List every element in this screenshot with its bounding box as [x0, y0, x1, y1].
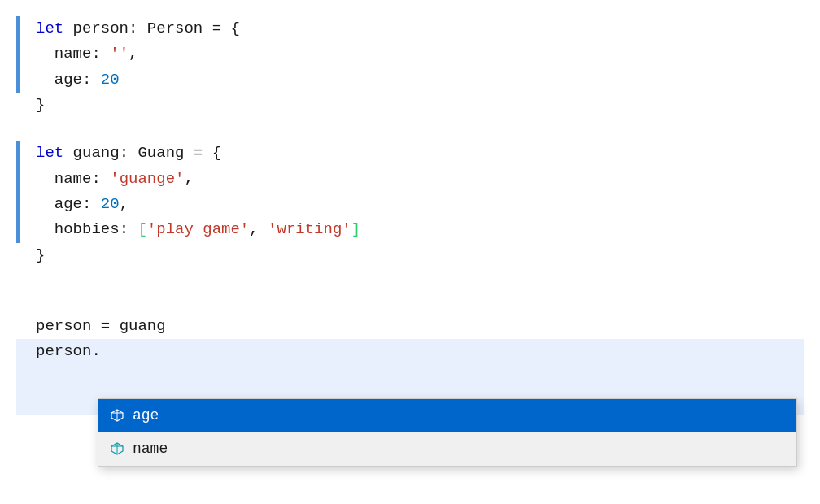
line-gutter-7: [16, 167, 20, 192]
code-line-9: hobbies: ['play game', 'writing']: [16, 217, 804, 242]
str-guange: 'guange': [110, 167, 184, 192]
punct-comma-9: ,: [249, 217, 268, 242]
prop-age-1: age: [36, 67, 82, 93]
line-gutter-8: [16, 192, 20, 217]
punct-colon-7: :: [91, 167, 110, 192]
punct-colon-1: :: [129, 16, 147, 41]
code-line-6: let guang: Guang = {: [16, 141, 804, 166]
code-line-4: }: [16, 93, 804, 118]
num-20-2: 20: [101, 192, 120, 217]
bracket-close: ]: [351, 217, 360, 242]
autocomplete-label-age: age: [133, 404, 159, 428]
bracket-open: [: [137, 217, 146, 242]
punct-close-brace-2: }: [36, 243, 45, 268]
line-gutter-2: [16, 41, 20, 67]
identifier-person: person: [73, 16, 129, 41]
autocomplete-dropdown: age name: [98, 398, 797, 467]
punct-colon-9: :: [120, 217, 138, 242]
punct-brace-6: = {: [184, 141, 221, 166]
code-line-2: name: '',: [16, 41, 804, 67]
prop-hobbies: hobbies: [36, 217, 120, 242]
code-line-3: age: 20: [16, 67, 804, 93]
punct-colon-6: :: [120, 141, 138, 166]
prop-name-2: name: [36, 167, 91, 192]
punct-close-brace-1: }: [36, 93, 45, 118]
autocomplete-label-name: name: [133, 437, 168, 461]
autocomplete-item-name[interactable]: name: [98, 432, 796, 466]
type-person: Person: [147, 16, 203, 41]
punct-colon-2: :: [91, 41, 110, 67]
code-line-10: }: [16, 243, 804, 268]
line-gutter-1: [16, 16, 20, 41]
code-lines: let person: Person = { name: '', age: 20…: [16, 16, 804, 415]
type-guang: Guang: [137, 141, 184, 166]
line-gutter-6: [16, 141, 20, 166]
prop-age-2: age: [36, 192, 82, 217]
line-gutter-9: [16, 217, 20, 242]
keyword-let-1: let: [36, 16, 73, 41]
punct-colon-3: :: [82, 67, 101, 93]
code-line-1: let person: Person = {: [16, 16, 804, 41]
code-line-7: name: 'guange',: [16, 167, 804, 192]
cube-icon-name: [110, 441, 124, 456]
identifier-person-3: person: [36, 339, 91, 364]
blank-line-2: [16, 268, 804, 291]
line-gutter-3: [16, 67, 20, 93]
str-empty: '': [110, 41, 129, 67]
punct-colon-8: :: [82, 192, 101, 217]
code-line-13: person = guang: [16, 314, 804, 339]
blank-line-1: [16, 118, 804, 141]
cube-icon-age: [110, 408, 124, 423]
autocomplete-item-age[interactable]: age: [98, 399, 796, 432]
str-writing: 'writing': [268, 217, 351, 242]
code-editor: let person: Person = { name: '', age: 20…: [0, 0, 820, 504]
identifier-guang-2: guang: [120, 314, 166, 339]
punct-comma-7: ,: [184, 167, 193, 192]
punct-comma-1: ,: [129, 41, 137, 67]
identifier-person-2: person: [36, 314, 91, 339]
punct-equals: =: [91, 314, 119, 339]
blank-line-3: [16, 291, 804, 314]
punct-comma-8: ,: [120, 192, 129, 217]
punct-brace-1: = {: [203, 16, 240, 41]
str-play-game: 'play game': [147, 217, 249, 242]
prop-name-1: name: [36, 41, 91, 67]
code-line-8: age: 20,: [16, 192, 804, 217]
identifier-guang: guang: [73, 141, 120, 166]
num-20-1: 20: [101, 67, 120, 93]
punct-dot: .: [91, 339, 100, 364]
keyword-let-2: let: [36, 141, 73, 166]
